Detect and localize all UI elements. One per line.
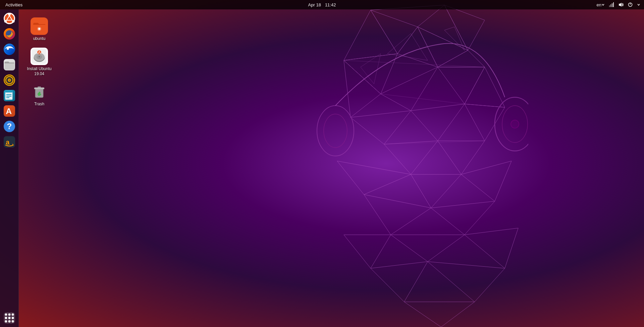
desktop-icon-trash[interactable]: Trash <box>24 80 54 109</box>
svg-line-36 <box>384 141 485 144</box>
svg-point-90 <box>38 53 38 54</box>
svg-point-91 <box>40 53 41 54</box>
panel-left: Activities <box>3 0 25 9</box>
svg-marker-23 <box>391 235 465 262</box>
dock-item-thunderbird[interactable] <box>2 42 16 56</box>
svg-point-76 <box>5 320 7 323</box>
svg-point-71 <box>8 313 10 316</box>
svg-line-52 <box>9 16 12 20</box>
folder-icon <box>4 59 15 70</box>
desktop-icons-area: ubuntu Install Ubuntu 1 <box>19 9 60 116</box>
svg-marker-7 <box>438 50 485 67</box>
svg-point-60 <box>9 79 10 80</box>
svg-text:a: a <box>6 139 10 146</box>
svg-point-50 <box>12 20 14 23</box>
svg-marker-22 <box>344 235 391 268</box>
dock-item-amazon[interactable]: a <box>2 135 16 149</box>
svg-point-75 <box>11 317 14 319</box>
system-menu-button[interactable] <box>636 0 641 9</box>
svg-point-70 <box>5 313 7 316</box>
svg-marker-19 <box>461 161 512 201</box>
svg-rect-98 <box>38 87 41 88</box>
panel-right: en <box>596 0 641 9</box>
show-apps-button[interactable] <box>2 311 16 325</box>
language-label: en <box>597 2 601 7</box>
grid-dots-icon <box>4 312 15 324</box>
top-panel: Activities Apr 18 11:42 en <box>0 0 644 9</box>
network-icon[interactable] <box>608 0 615 9</box>
ubuntu-circle-icon <box>4 13 15 24</box>
volume-icon[interactable] <box>617 0 625 9</box>
svg-line-51 <box>6 16 9 20</box>
svg-marker-27 <box>404 302 475 327</box>
dock-item-help[interactable]: ? <box>2 119 16 133</box>
music-note-icon <box>5 74 14 86</box>
svg-marker-13 <box>411 104 465 141</box>
desktop-icon-install-ubuntu[interactable]: Install Ubuntu 19.04 <box>24 45 54 79</box>
ubuntu-folder-icon <box>31 17 48 35</box>
svg-rect-42 <box>612 3 612 7</box>
svg-marker-26 <box>428 262 505 302</box>
svg-point-74 <box>8 317 10 319</box>
svg-point-87 <box>39 56 40 57</box>
rhythmbox-music-icon <box>4 74 15 86</box>
svg-rect-41 <box>610 4 611 7</box>
svg-point-56 <box>7 48 9 50</box>
thunderbird-logo-icon <box>4 44 15 55</box>
svg-rect-62 <box>5 91 12 93</box>
application-dock: A ? a <box>0 9 19 327</box>
svg-marker-18 <box>411 174 461 208</box>
activities-button[interactable]: Activities <box>3 0 25 9</box>
svg-point-49 <box>4 20 7 23</box>
dock-item-libreoffice[interactable] <box>2 89 16 103</box>
dock-item-appcenter[interactable]: A <box>2 104 16 118</box>
dock-item-files[interactable] <box>2 58 16 72</box>
svg-rect-40 <box>609 5 610 7</box>
question-mark-icon: ? <box>4 121 15 132</box>
svg-marker-15 <box>384 141 438 174</box>
svg-marker-12 <box>351 111 411 144</box>
desktop-background <box>0 0 644 327</box>
svg-marker-10 <box>438 67 485 104</box>
chevron-down-icon <box>637 3 640 6</box>
svg-marker-11 <box>465 67 505 107</box>
ubuntu-icon-label: ubuntu <box>33 36 46 41</box>
svg-point-73 <box>5 317 7 319</box>
svg-marker-14 <box>465 104 505 141</box>
desktop-wallpaper-art <box>277 0 528 327</box>
power-icon[interactable] <box>627 0 634 9</box>
svg-point-29 <box>324 114 347 148</box>
svg-marker-44 <box>619 3 622 7</box>
svg-point-81 <box>38 28 40 30</box>
libreoffice-writer-icon <box>4 90 15 101</box>
appcenter-software-icon: A <box>4 105 15 117</box>
svg-rect-57 <box>4 62 14 69</box>
panel-center: Apr 18 11:42 <box>308 2 336 7</box>
disk-drive-icon <box>32 49 47 64</box>
svg-marker-25 <box>371 262 428 302</box>
help-question-icon: ? <box>4 121 15 132</box>
svg-point-78 <box>11 320 14 323</box>
trash-icon-label: Trash <box>34 102 44 106</box>
amazon-shopping-icon: a <box>4 136 15 148</box>
svg-point-28 <box>317 106 354 156</box>
panel-date: Apr 18 <box>308 2 321 7</box>
svg-point-55 <box>5 45 14 54</box>
svg-text:A: A <box>6 107 12 116</box>
dock-item-ubuntu[interactable] <box>2 11 16 25</box>
network-signal-icon <box>609 2 614 7</box>
svg-marker-16 <box>438 141 485 174</box>
dock-item-rhythmbox[interactable] <box>2 73 16 87</box>
language-indicator[interactable]: en <box>596 0 606 9</box>
firefox-logo-icon <box>4 28 15 40</box>
desktop-icon-ubuntu[interactable]: ubuntu <box>24 15 54 44</box>
home-folder-icon <box>32 19 47 34</box>
app-grid-icon <box>4 312 15 324</box>
volume-speaker-icon <box>618 2 624 7</box>
svg-text:?: ? <box>7 122 12 131</box>
trash-bin-icon <box>31 83 48 100</box>
svg-marker-17 <box>337 161 411 195</box>
svg-line-35 <box>381 94 465 104</box>
dock-item-firefox[interactable] <box>2 27 16 41</box>
chevron-down-icon <box>601 3 605 6</box>
